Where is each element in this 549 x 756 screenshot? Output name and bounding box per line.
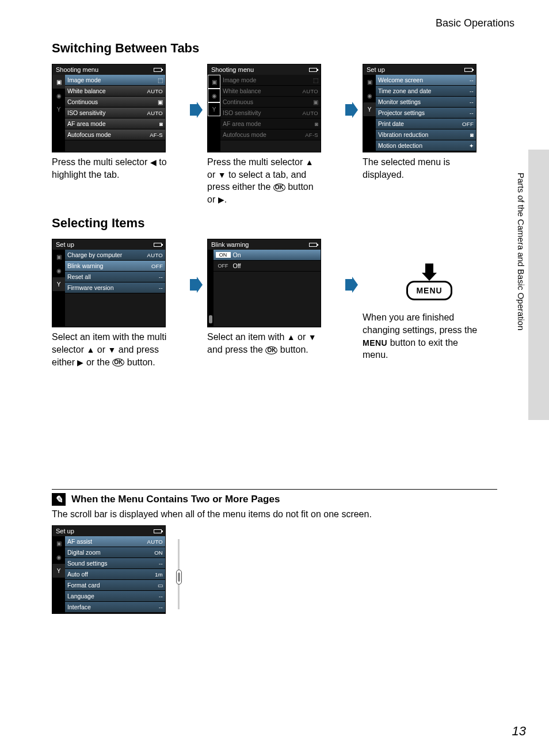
lcd-title: Shooting menu [211,66,254,73]
down-arrow-icon: ▼ [218,170,226,180]
section-title-tabs: Switching Between Tabs [52,41,497,56]
caption-2-2: Select an item with ▲ or ▼ and press the… [207,331,322,356]
ok-icon: OK [112,358,124,366]
note-title: When the Menu Contains Two or More Pages [71,494,280,505]
caption-1-2: Press the multi selector ▲ or ▼ to selec… [207,156,322,205]
menu-row: Projector settings-- [376,108,476,119]
menu-row: Sound settings-- [65,558,165,569]
menu-key-label: MENU [406,281,452,300]
right-arrow-icon: ▶ [218,195,224,204]
menu-row: Format card▭ [65,580,165,591]
down-arrow-icon: ▼ [308,333,317,342]
flow-arrow-icon [345,239,358,331]
side-tab [528,150,549,420]
menu-row: AF assistAUTO [65,536,165,547]
menu-row: Interface-- [65,602,165,613]
tab-wrench-icon: Y [363,102,376,116]
tab-play-icon: ◉ [363,89,376,102]
battery-icon [154,529,162,533]
lcd-setup-scroll: Set up ▣ ◉ Y AF assistAUTODigital zoomON… [52,525,166,614]
tab-wrench-icon: Y [52,564,65,578]
lcd-blink-warning: Blink warning ONOnOFFOff [207,239,321,327]
tab-play-icon: ◉ [52,89,65,102]
menu-row: Reset all-- [65,272,165,282]
menu-row: Image mode⬚ [65,75,165,86]
menu-button-illustration: MENU [401,256,458,308]
tab-wrench-icon: Y [52,102,65,116]
page-number: 13 [512,724,526,739]
note-body: The scroll bar is displayed when all of … [52,509,497,520]
option-row: OFFOff [214,261,321,272]
battery-icon [154,68,162,72]
lcd-shooting-1: Shooting menu ▣ ◉ Y Image mode⬚White bal… [52,64,166,152]
tab-play-icon: ◉ [208,89,220,102]
left-arrow-icon: ◀ [150,158,157,167]
slider-icon [208,250,214,327]
caption-1-3: The selected menu is displayed. [363,156,478,181]
menu-row: Autofocus modeAF-S [220,129,321,140]
down-arrow-icon: ▼ [108,345,116,354]
battery-icon [154,243,162,247]
menu-row: ISO sensitivityAUTO [220,108,321,119]
menu-row: Language-- [65,591,165,602]
menu-row: Motion detection✦ [376,140,476,151]
menu-row: Print dateOFF [376,119,476,129]
svg-marker-1 [345,102,358,118]
menu-row: Firmware version-- [65,282,165,293]
menu-inline-label: MENU [363,338,387,348]
lcd-setup: Set up ▣ ◉ Y Welcome screen--Time zone a… [363,64,476,152]
section-title-items: Selecting Items [52,216,497,231]
menu-row: Auto off1m [65,569,165,580]
lcd-shooting-2: Shooting menu ▣ ◉ Y Image mode⬚White bal… [207,64,321,152]
menu-row: Continuous▣ [65,97,165,108]
svg-marker-4 [422,264,437,281]
menu-row: Charge by computerAUTO [65,250,165,261]
menu-row: White balanceAUTO [65,86,165,97]
lcd-title: Blink warning [211,241,249,248]
tab-play-icon: ◉ [52,264,65,277]
caption-2-1: Select an item with the multi selector ▲… [52,331,167,368]
tab-camera-icon: ▣ [208,75,220,89]
lcd-title: Shooting menu [56,66,98,73]
menu-row: Continuous▣ [220,97,321,108]
menu-row: White balanceAUTO [220,86,321,97]
note-block: ✎ When the Menu Contains Two or More Pag… [52,489,497,614]
svg-marker-0 [190,102,203,118]
lcd-title: Set up [56,241,74,248]
menu-row: Digital zoomON [65,547,165,558]
tab-camera-icon: ▣ [363,75,376,89]
flow-arrow-icon [190,239,203,331]
menu-row: Time zone and date-- [376,86,476,97]
tab-camera-icon: ▣ [52,536,65,550]
lcd-setup-2: Set up ▣ ◉ Y Charge by computerAUTOBlink… [52,239,166,327]
side-section-label: Parts of the Camera and Basic Operation [516,173,526,330]
scrollbar-callout-icon [176,570,182,585]
items-row: Set up ▣ ◉ Y Charge by computerAUTOBlink… [52,239,497,368]
lcd-title: Set up [367,66,385,73]
tab-camera-icon: ▣ [52,250,65,264]
lcd-title: Set up [56,528,74,534]
battery-icon [309,68,317,72]
battery-icon [464,68,472,72]
tab-wrench-icon: Y [52,277,65,291]
menu-row: AF area mode◙ [220,119,321,129]
up-arrow-icon: ▲ [306,158,314,167]
battery-icon [309,243,317,247]
pencil-note-icon: ✎ [52,493,66,506]
caption-2-3: When you are finished changing settings,… [363,311,478,361]
menu-row: Welcome screen-- [376,75,476,86]
menu-row: Vibration reduction◙ [376,129,476,140]
tab-play-icon: ◉ [52,550,65,564]
menu-row: AF area mode◙ [65,119,165,129]
tab-camera-icon: ▣ [52,75,65,89]
svg-marker-2 [190,277,203,293]
menu-row: Monitor settings-- [376,97,476,108]
menu-row: Autofocus modeAF-S [65,129,165,140]
menu-row: Blink warningOFF [65,261,165,272]
up-arrow-icon: ▲ [287,333,295,342]
tabs-row: Shooting menu ▣ ◉ Y Image mode⬚White bal… [52,64,497,205]
tab-wrench-icon: Y [208,102,220,116]
menu-row: ISO sensitivityAUTO [65,108,165,119]
up-arrow-icon: ▲ [86,345,94,354]
menu-row: Image mode⬚ [220,75,321,86]
